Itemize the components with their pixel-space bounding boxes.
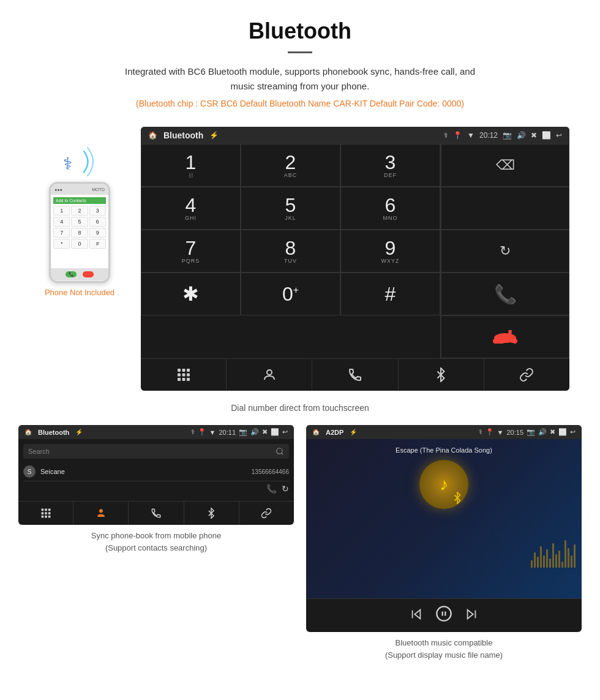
phone-key-4: 4 — [53, 217, 70, 227]
pb-dialpad-btn[interactable] — [18, 502, 73, 525]
dial-key-9[interactable]: 9 WXYZ — [340, 230, 440, 273]
music-note-icon: ♪ — [440, 475, 448, 494]
contact-entry-seicane[interactable]: S Seicane 13566664466 — [23, 462, 289, 481]
pb-close-icon[interactable]: ✖ — [262, 428, 268, 436]
phone-container: ⚕ ●●● MOTO Add to Contacts 1 2 3 4 5 — [31, 127, 129, 297]
svg-point-13 — [267, 370, 272, 375]
right-panel-empty-1 — [441, 187, 569, 230]
dial-keypad: 1 ⌸ 2 ABC 3 DEF 4 GHI 5 JKL — [141, 144, 441, 358]
svg-rect-17 — [45, 509, 47, 511]
music-usb-icon: ⚡ — [350, 429, 357, 435]
pb-call-btn[interactable] — [129, 502, 184, 525]
bottom-screenshots: 🏠 Bluetooth ⚡ ⚕ 📍 ▼ 20:11 📷 🔊 ✖ ⬜ ↩ — [0, 425, 600, 661]
home-icon[interactable]: 🏠 — [148, 131, 157, 140]
phone-key-1: 1 — [53, 206, 70, 216]
dial-key-3[interactable]: 3 DEF — [340, 144, 440, 187]
dialpad-icon — [176, 367, 191, 382]
pb-window-icon[interactable]: ⬜ — [271, 428, 279, 436]
pb-bottom-bar — [18, 501, 294, 525]
svg-point-30 — [437, 606, 451, 620]
music-home-icon[interactable]: 🏠 — [312, 429, 320, 435]
phone-key-hash: # — [89, 239, 106, 249]
usb-icon: ⚡ — [209, 131, 219, 140]
dial-key-0[interactable]: 0+ — [241, 273, 340, 315]
music-camera-icon[interactable]: 📷 — [527, 428, 535, 436]
close-x-icon[interactable]: ✖ — [531, 131, 537, 140]
phone-key-3: 3 — [89, 206, 106, 216]
dialpad-tab[interactable] — [141, 359, 227, 391]
pb-bluetooth-icon — [206, 508, 217, 519]
volume-icon[interactable]: 🔊 — [517, 131, 526, 140]
pb-link-btn[interactable] — [239, 502, 294, 525]
pb-call-action[interactable]: 📞 — [266, 484, 277, 494]
call-button[interactable]: 📞 — [441, 273, 569, 315]
music-back-icon[interactable]: ↩ — [570, 428, 576, 436]
phone-key-5: 5 — [71, 217, 88, 227]
dial-key-4[interactable]: 4 GHI — [141, 187, 241, 230]
pb-contact-btn[interactable] — [73, 502, 129, 525]
end-call-button[interactable] — [441, 315, 569, 358]
vis-bar-2 — [534, 552, 536, 568]
phone-key-7: 7 — [53, 228, 70, 238]
pb-bt-btn[interactable] — [184, 502, 239, 525]
contact-name: Seicane — [40, 468, 247, 475]
link-tab[interactable] — [484, 359, 569, 391]
call-tab[interactable] — [312, 359, 398, 391]
phone-key-2: 2 — [71, 206, 88, 216]
header-divider — [288, 51, 312, 53]
bluetooth-tab-icon — [433, 367, 448, 382]
music-volume-icon[interactable]: 🔊 — [538, 428, 547, 436]
phonebook-search-bar[interactable]: Search — [23, 444, 289, 459]
phone-red-end — [83, 271, 94, 277]
phone-top-bar: ●●● MOTO — [51, 184, 108, 195]
svg-marker-26 — [414, 609, 420, 619]
dial-key-8[interactable]: 8 TUV — [241, 230, 340, 273]
pb-camera-icon[interactable]: 📷 — [239, 428, 247, 436]
phone-key-star: * — [53, 239, 70, 249]
pb-refresh-action[interactable]: ↻ — [282, 484, 289, 494]
search-placeholder: Search — [28, 448, 50, 455]
location-icon: 📍 — [453, 131, 462, 140]
svg-rect-7 — [178, 374, 181, 377]
dial-key-1[interactable]: 1 ⌸ — [141, 144, 241, 187]
vis-bar-10 — [558, 551, 560, 568]
link-icon — [519, 367, 534, 382]
music-close-icon[interactable]: ✖ — [550, 428, 555, 436]
pb-back-icon[interactable]: ↩ — [282, 428, 288, 436]
music-visualizer — [531, 537, 576, 568]
back-icon[interactable]: ↩ — [556, 131, 562, 140]
pb-home-icon[interactable]: 🏠 — [24, 429, 32, 435]
next-button[interactable] — [465, 608, 478, 624]
dial-key-2[interactable]: 2 ABC — [241, 144, 340, 187]
contacts-tab[interactable] — [227, 359, 312, 391]
phone-dial-grid: 1 2 3 4 5 6 7 8 9 * 0 # — [53, 206, 106, 249]
music-caption: Bluetooth music compatible(Support displ… — [385, 637, 503, 661]
prev-button[interactable] — [410, 608, 423, 624]
dial-screen-title: Bluetooth — [163, 130, 203, 140]
dial-key-6[interactable]: 6 MNO — [340, 187, 440, 230]
music-window-icon[interactable]: ⬜ — [558, 428, 567, 436]
time-display: 20:12 — [479, 131, 498, 140]
dial-key-star[interactable]: ✱ — [141, 273, 241, 315]
redial-button[interactable]: ↻ — [441, 230, 569, 273]
music-loc-icon: 📍 — [486, 428, 494, 436]
window-icon[interactable]: ⬜ — [542, 131, 551, 140]
bluetooth-tab[interactable] — [399, 359, 484, 391]
backspace-button[interactable]: ⌫ — [441, 144, 569, 187]
svg-rect-23 — [45, 516, 47, 518]
svg-rect-24 — [48, 516, 50, 518]
dial-key-7[interactable]: 7 PQRS — [141, 230, 241, 273]
dial-key-hash[interactable]: # — [340, 273, 440, 315]
dial-key-5[interactable]: 5 JKL — [241, 187, 340, 230]
status-left: 🏠 Bluetooth ⚡ — [148, 130, 219, 140]
bluetooth-signal-icon: ⚕ — [58, 145, 101, 179]
svg-rect-8 — [182, 374, 185, 377]
dial-bottom-toolbar — [141, 358, 569, 391]
phone-not-included-label: Phone Not Included — [45, 288, 114, 297]
pb-time: 20:11 — [219, 429, 236, 436]
camera-icon[interactable]: 📷 — [503, 131, 512, 140]
vis-bar-6 — [546, 549, 548, 568]
play-pause-button[interactable] — [435, 605, 452, 626]
pb-bt-icon: ⚕ — [191, 428, 195, 436]
pb-volume-icon[interactable]: 🔊 — [250, 428, 259, 436]
